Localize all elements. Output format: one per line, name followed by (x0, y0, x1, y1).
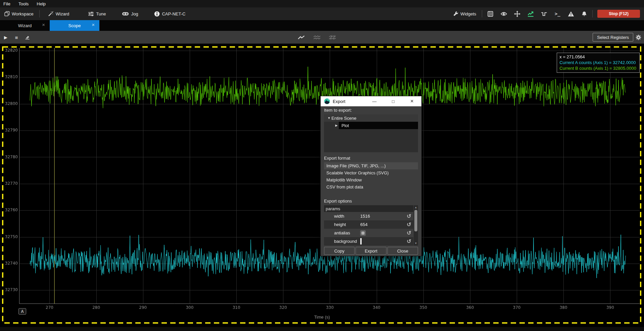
stop-capture-button[interactable]: ■ (11, 33, 21, 42)
param-row-width: width 1516 ↺ (324, 212, 413, 220)
toolbar-separator (39, 10, 40, 17)
export-dialog-buttons: Copy Export Close (324, 247, 418, 255)
export-params-table: params width 1516 ↺ height 654 ↺ antiali… (324, 205, 418, 245)
param-width-value[interactable]: 1516 (359, 214, 405, 219)
tune-button[interactable]: Tune (84, 7, 110, 20)
export-item-tree: ▼ Entire Scene ▶ Plot (324, 114, 418, 152)
checkbox-fill (361, 231, 365, 235)
x-axis-label: Time (s) (0, 315, 644, 320)
clear-button[interactable] (22, 33, 32, 42)
chevron-right-icon[interactable]: ▶ (334, 124, 339, 127)
scope-view-button[interactable] (524, 7, 537, 20)
menu-tools[interactable]: Tools (14, 1, 33, 7)
export-dialog: Export — □ × Item to export: ▼ Entire Sc… (321, 96, 421, 256)
tree-item-entire-scene[interactable]: ▼ Entire Scene (324, 114, 418, 122)
antialias-checkbox[interactable] (360, 230, 366, 236)
tab-scope[interactable]: Scope × (50, 20, 99, 31)
scope-toolbar: ▶ ■ (0, 31, 644, 44)
registers-icon (488, 11, 493, 17)
menu-help[interactable]: Help (33, 1, 50, 7)
device-button[interactable]: CAP-NET-C (150, 7, 190, 20)
tree-item-label-selected: Plot (339, 122, 418, 129)
param-row-background: background ↺ (324, 237, 413, 245)
param-background-cell (359, 239, 405, 244)
tab-wizard[interactable]: Wizard × (0, 20, 50, 31)
notifications-button[interactable] (578, 7, 591, 20)
chevron-down-icon[interactable]: ▼ (327, 116, 331, 120)
workspace-button[interactable]: Workspace (0, 7, 38, 20)
close-icon[interactable]: × (42, 22, 45, 27)
toolbar-left-group: Workspace Wizard Tune Jog (0, 7, 190, 20)
terminal-icon: >_ (555, 11, 560, 16)
menu-file[interactable]: File (0, 1, 14, 7)
copy-button[interactable]: Copy (324, 247, 355, 255)
background-color-swatch[interactable] (360, 238, 362, 244)
minimize-icon[interactable]: — (365, 96, 384, 106)
toolbar-separator (482, 10, 482, 17)
select-registers-button[interactable]: Select Registers (593, 33, 633, 42)
undo-icon[interactable]: ↺ (405, 213, 413, 219)
widgets-label: Widgets (460, 11, 476, 16)
close-icon[interactable]: × (403, 96, 421, 106)
param-height-value[interactable]: 654 (359, 222, 405, 227)
undo-icon[interactable]: ↺ (405, 221, 413, 228)
maximize-icon[interactable]: □ (384, 96, 403, 106)
registers-view-button[interactable] (484, 7, 497, 20)
square-wave-icon (541, 11, 547, 16)
scope-settings-button[interactable] (634, 33, 643, 42)
params-header[interactable]: params (324, 205, 413, 212)
terminal-view-button[interactable]: >_ (551, 7, 564, 20)
autorange-button[interactable]: A (18, 308, 26, 315)
application-window: File Tools Help Workspace Wizard (0, 0, 644, 331)
export-dialog-titlebar[interactable]: Export — □ × (321, 96, 421, 106)
single-trace-button[interactable] (296, 33, 306, 42)
format-option-svg[interactable]: Scalable Vector Graphics (SVG) (324, 169, 418, 176)
stop-icon: ■ (15, 35, 18, 40)
format-option-image[interactable]: Image File (PNG, TIF, JPG, ...) (324, 162, 418, 169)
watch-view-button[interactable] (497, 7, 510, 20)
export-format-list: Image File (PNG, TIF, JPG, ...) Scalable… (324, 162, 418, 190)
overlay-trace-button[interactable] (327, 33, 337, 42)
export-options-label: Export options (324, 199, 418, 205)
main-toolbar: Workspace Wizard Tune Jog (0, 7, 644, 20)
gamepad-icon (122, 11, 129, 16)
bell-icon (582, 11, 587, 17)
jog-label: Jog (131, 11, 138, 16)
gear-icon (636, 35, 641, 40)
scrollbar-thumb[interactable] (414, 210, 417, 231)
plot-legend: x = 271.0564 Current A counts (Axis 1) =… (557, 53, 640, 73)
params-scrollbar[interactable]: ▲ ▼ (414, 205, 418, 245)
device-label: CAP-NET-C (162, 11, 185, 16)
scroll-down-icon[interactable]: ▼ (414, 241, 418, 245)
close-button[interactable]: Close (387, 247, 418, 255)
undo-icon[interactable]: ↺ (405, 238, 413, 244)
multi-trace-button[interactable] (312, 33, 322, 42)
stop-button[interactable]: Stop (F12) (597, 10, 640, 18)
export-button[interactable]: Export (356, 247, 386, 255)
move-view-button[interactable] (510, 7, 524, 20)
undo-icon[interactable]: ↺ (405, 230, 413, 236)
widgets-button[interactable]: Widgets (449, 7, 480, 20)
jog-button[interactable]: Jog (118, 7, 142, 20)
chart-icon (527, 11, 534, 17)
close-icon[interactable]: × (92, 22, 95, 27)
tab-bar: Wizard × Scope × (0, 20, 644, 31)
legend-series-a: Current A counts (Axis 1) = 32742.0000 (559, 60, 636, 65)
wizard-button[interactable]: Wizard (44, 7, 74, 20)
zigzag-icon (297, 35, 305, 40)
events-view-button[interactable] (564, 7, 578, 20)
tab-scope-label: Scope (68, 23, 81, 28)
format-option-matplotlib[interactable]: Matplotlib Window (324, 176, 418, 183)
legend-series-b: Current B counts (Axis 1) = 32805.0000 (559, 65, 636, 71)
scroll-up-icon[interactable]: ▲ (414, 205, 418, 210)
play-button[interactable]: ▶ (1, 33, 11, 42)
tree-item-plot[interactable]: ▶ Plot (324, 122, 418, 129)
trace-mode-group (296, 31, 337, 44)
toolbar-separator (592, 10, 593, 17)
export-dialog-title: Export (333, 99, 365, 104)
signal-view-button[interactable] (537, 7, 551, 20)
param-name: height (324, 222, 359, 227)
tab-wizard-label: Wizard (18, 23, 32, 28)
sliders-icon (88, 11, 94, 16)
format-option-csv[interactable]: CSV from plot data (324, 183, 418, 190)
